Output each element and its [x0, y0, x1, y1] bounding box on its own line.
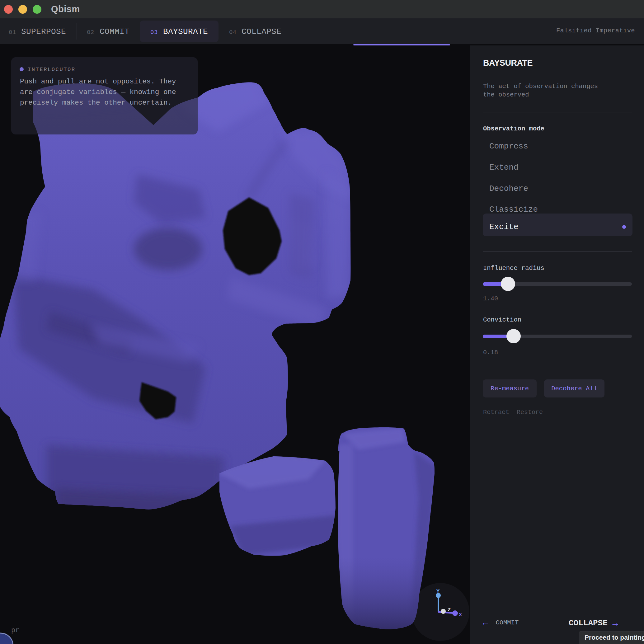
svg-text:X: X [459, 612, 462, 618]
svg-text:Z: Z [448, 607, 451, 613]
svg-text:Y: Y [436, 588, 440, 594]
